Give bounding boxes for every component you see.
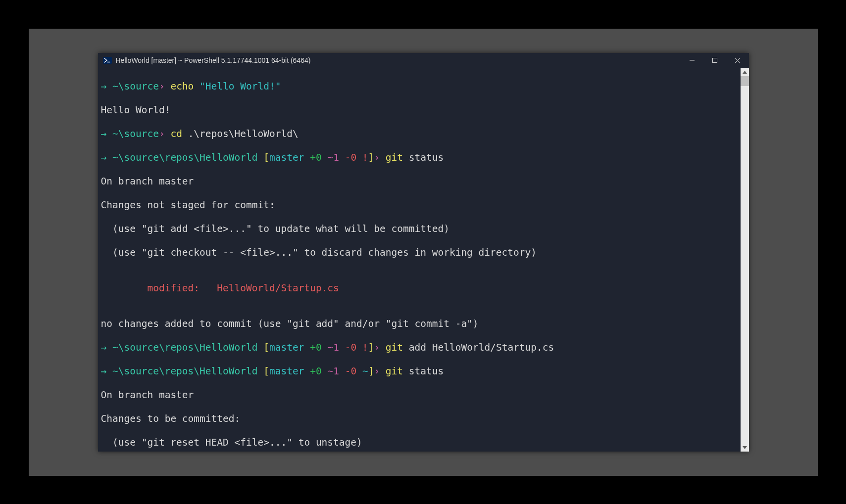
prompt-line: → ~\source\repos\HelloWorld [master +0 ~… [101, 342, 739, 354]
svg-rect-0 [103, 57, 112, 64]
svg-rect-3 [712, 58, 717, 63]
scrollbar-thumb[interactable] [741, 76, 749, 86]
output-line: Changes to be committed: [101, 413, 739, 425]
output-line: (use "git checkout -- <file>..." to disc… [101, 247, 739, 259]
content-area: → ~\source› echo "Hello World!" Hello Wo… [98, 68, 749, 452]
prompt-line: → ~\source\repos\HelloWorld [master +0 ~… [101, 152, 739, 164]
titlebar[interactable]: HelloWorld [master] ~ PowerShell 5.1.177… [98, 53, 749, 68]
output-line: modified: HelloWorld/Startup.cs [101, 282, 739, 294]
output-line: (use "git reset HEAD <file>..." to unsta… [101, 437, 739, 449]
desktop-backdrop: HelloWorld [master] ~ PowerShell 5.1.177… [29, 29, 818, 476]
minimize-button[interactable] [681, 53, 703, 68]
prompt-line: → ~\source\repos\HelloWorld [master +0 ~… [101, 366, 739, 377]
output-line: On branch master [101, 389, 739, 401]
prompt-line: → ~\source› echo "Hello World!" [101, 81, 739, 92]
prompt-line: → ~\source› cd .\repos\HelloWorld\ [101, 128, 739, 140]
output-line: Hello World! [101, 104, 739, 116]
maximize-button[interactable] [703, 53, 726, 68]
output-line: Changes not staged for commit: [101, 199, 739, 211]
window-title: HelloWorld [master] ~ PowerShell 5.1.177… [116, 56, 311, 64]
scroll-down-icon[interactable] [741, 443, 749, 452]
powershell-icon [103, 56, 112, 65]
terminal-output[interactable]: → ~\source› echo "Hello World!" Hello Wo… [98, 68, 741, 452]
close-button[interactable] [726, 53, 749, 68]
scroll-up-icon[interactable] [741, 68, 749, 76]
scrollbar[interactable] [741, 68, 749, 452]
output-line: no changes added to commit (use "git add… [101, 318, 739, 330]
scrollbar-track[interactable] [741, 76, 749, 443]
output-line: (use "git add <file>..." to update what … [101, 223, 739, 235]
output-line: On branch master [101, 176, 739, 187]
terminal-window: HelloWorld [master] ~ PowerShell 5.1.177… [98, 53, 749, 452]
